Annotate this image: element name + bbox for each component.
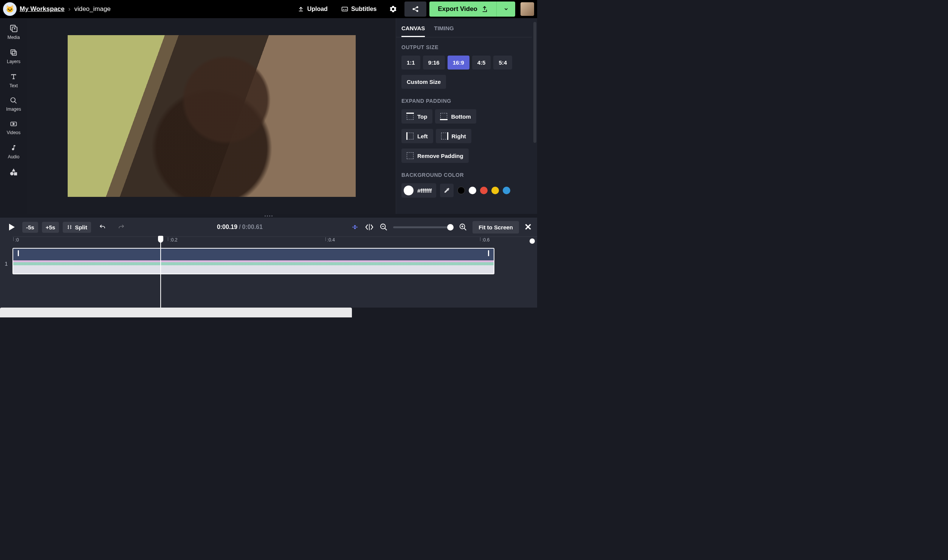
back-5s-button[interactable]: -5s: [22, 222, 38, 233]
tool-media-label: Media: [8, 35, 20, 40]
clip-handle-left[interactable]: [18, 250, 19, 256]
upload-button[interactable]: Upload: [292, 3, 333, 15]
eyedropper-button[interactable]: [440, 184, 454, 197]
panel-scrollbar[interactable]: [532, 18, 537, 214]
ratio-5-4[interactable]: 5:4: [493, 56, 512, 70]
svg-rect-13: [14, 172, 17, 175]
tick-3: :0.6: [482, 237, 489, 243]
transport-bar: -5s +5s Split 0:00.19 / 0:00.61 Fit to S…: [0, 218, 537, 237]
padding-bottom-icon: [440, 113, 447, 120]
export-button[interactable]: Export Video: [429, 2, 496, 17]
upload-icon: [297, 6, 304, 12]
subtitles-icon: [341, 6, 348, 12]
tool-media[interactable]: Media: [8, 24, 20, 40]
tool-layers-label: Layers: [7, 59, 20, 64]
split-button[interactable]: Split: [63, 222, 91, 233]
scrollbar-thumb[interactable]: [533, 22, 536, 143]
ratio-16-9[interactable]: 16:9: [448, 56, 469, 70]
zoom-slider-thumb[interactable]: [447, 224, 454, 230]
search-icon: [10, 97, 17, 104]
workspace-link[interactable]: My Workspace: [20, 5, 65, 13]
background-color-value[interactable]: #ffffff: [401, 183, 436, 198]
remove-padding-label: Remove Padding: [417, 153, 463, 159]
current-time: 0:00.19: [217, 224, 237, 230]
panel-resize-handle[interactable]: [0, 214, 537, 218]
export-dropdown[interactable]: [496, 2, 515, 17]
remove-padding-icon: [407, 152, 414, 159]
track-lane[interactable]: [12, 245, 537, 283]
redo-icon: [118, 224, 125, 230]
swatch-red[interactable]: [480, 187, 488, 194]
app-logo[interactable]: 🐱: [3, 2, 17, 16]
expand-padding-title: EXPAND PADDING: [401, 98, 532, 104]
tool-audio[interactable]: Audio: [8, 144, 20, 159]
gear-icon: [389, 5, 397, 13]
user-avatar[interactable]: [520, 2, 534, 16]
total-duration: 0:00.61: [242, 224, 263, 230]
tool-shapes[interactable]: [9, 168, 18, 176]
bg-hex-label: #ffffff: [417, 187, 432, 194]
swatch-yellow[interactable]: [491, 187, 499, 194]
output-size-title: OUTPUT SIZE: [401, 44, 532, 50]
subtitles-button[interactable]: Subtitles: [336, 3, 382, 15]
video-clip[interactable]: [12, 248, 494, 274]
ratio-1-1[interactable]: 1:1: [401, 56, 420, 70]
ratio-9-16[interactable]: 9:16: [423, 56, 445, 70]
tab-timing[interactable]: TIMING: [434, 25, 454, 37]
zoom-slider[interactable]: [393, 226, 454, 228]
svg-point-5: [417, 10, 418, 12]
playhead[interactable]: [160, 237, 161, 308]
fit-to-screen-button[interactable]: Fit to Screen: [472, 221, 519, 234]
tool-videos[interactable]: Videos: [7, 120, 20, 135]
trim-button[interactable]: [364, 223, 374, 231]
layers-icon: [9, 48, 18, 57]
tool-text[interactable]: Text: [9, 73, 18, 88]
swatch-white[interactable]: [469, 187, 476, 194]
background-color-title: BACKGROUND COLOR: [401, 172, 532, 178]
padding-top-icon: [407, 113, 414, 120]
tool-images[interactable]: Images: [6, 97, 21, 112]
timeline: :0 :0.2 :0.4 :0.6 1: [0, 237, 537, 308]
svg-rect-1: [343, 9, 345, 10]
export-icon: [481, 6, 488, 12]
project-name: video_image: [74, 5, 110, 13]
zoom-out-button[interactable]: [380, 223, 388, 231]
swatch-blue[interactable]: [503, 187, 510, 194]
padding-top-button[interactable]: Top: [401, 109, 432, 124]
padding-bottom-button[interactable]: Bottom: [435, 109, 476, 124]
video-preview[interactable]: [68, 35, 356, 197]
left-toolbar: Media Layers Text Images Videos Audio: [0, 18, 27, 214]
tool-text-label: Text: [9, 83, 18, 88]
eyedropper-icon: [443, 187, 450, 194]
share-button[interactable]: [404, 2, 426, 17]
play-button[interactable]: [5, 221, 19, 233]
padding-left-icon: [407, 133, 414, 139]
padding-top-label: Top: [417, 113, 427, 120]
remove-padding-button[interactable]: Remove Padding: [401, 149, 469, 163]
undo-button[interactable]: [95, 221, 110, 233]
tab-canvas[interactable]: CANVAS: [401, 25, 425, 37]
redo-button[interactable]: [114, 221, 129, 233]
timeline-ruler[interactable]: :0 :0.2 :0.4 :0.6: [12, 237, 537, 245]
tick-0: :0: [15, 237, 19, 243]
forward-5s-button[interactable]: +5s: [42, 222, 59, 233]
snap-button[interactable]: [351, 224, 359, 230]
canvas-area[interactable]: [27, 18, 396, 214]
clip-handle-right[interactable]: [488, 250, 489, 256]
tool-audio-label: Audio: [8, 154, 20, 159]
swatch-black[interactable]: [457, 187, 465, 194]
custom-size-button[interactable]: Custom Size: [401, 75, 446, 89]
svg-point-12: [10, 172, 14, 175]
padding-right-button[interactable]: Right: [436, 129, 471, 143]
chevron-right-icon: ›: [68, 5, 71, 13]
close-timeline-button[interactable]: ✕: [524, 222, 532, 232]
timeline-end-handle[interactable]: [530, 238, 535, 244]
zoom-in-button[interactable]: [459, 223, 467, 231]
tool-layers[interactable]: Layers: [7, 48, 20, 64]
svg-point-4: [417, 6, 418, 8]
svg-rect-0: [342, 7, 347, 11]
subtitles-label: Subtitles: [351, 6, 377, 12]
settings-button[interactable]: [385, 2, 401, 17]
ratio-4-5[interactable]: 4:5: [472, 56, 491, 70]
padding-left-button[interactable]: Left: [401, 129, 433, 143]
